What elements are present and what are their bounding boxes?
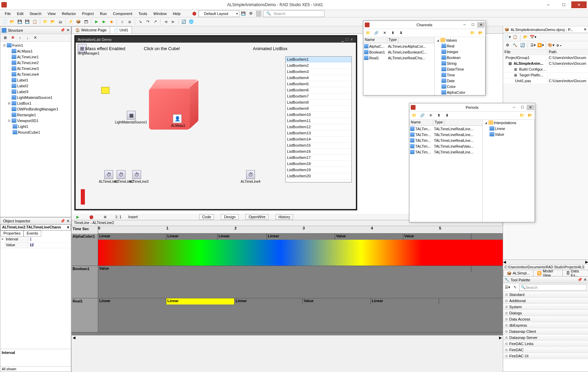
- list-item[interactable]: ListBoxItem11: [286, 118, 351, 124]
- table-row[interactable]: Unit1.pasC:\Users\mitov\Docum: [503, 78, 588, 84]
- stop-icon[interactable]: ⬤: [191, 10, 198, 17]
- folder-new-icon[interactable]: 📁: [42, 18, 49, 25]
- close-panel-icon[interactable]: ✕: [66, 28, 70, 32]
- tree-node[interactable]: AlphaColor: [435, 89, 485, 95]
- tree-node[interactable]: ALTimeLine3: [1, 65, 70, 71]
- save-icon[interactable]: 💾: [16, 18, 23, 25]
- tree-node[interactable]: Linear: [483, 125, 535, 131]
- tree-node[interactable]: Color: [435, 84, 485, 89]
- stop2-icon[interactable]: ⏹: [126, 18, 133, 25]
- tree-node[interactable]: ⊟Viewport3D1: [1, 118, 70, 123]
- tab-code[interactable]: Code: [199, 214, 214, 220]
- rectangle-comp[interactable]: [81, 189, 85, 205]
- menu-search[interactable]: Search: [27, 11, 44, 16]
- animated-listbox[interactable]: ListBoxItem1ListBoxItem2ListBoxItem3List…: [285, 56, 352, 182]
- cat1-icon[interactable]: 📁: [518, 112, 525, 119]
- tab-dataex[interactable]: 🗄Data Ex...: [562, 270, 588, 276]
- file-icon[interactable]: 📋: [31, 18, 38, 25]
- down-icon[interactable]: ⬇: [443, 112, 450, 119]
- col-path[interactable]: Path: [547, 49, 588, 55]
- list-item[interactable]: ListBoxItem18: [286, 161, 351, 167]
- close-icon[interactable]: ✕: [527, 105, 534, 110]
- timeline1-comp[interactable]: ⏱: [104, 170, 113, 179]
- menu-help[interactable]: Help: [170, 11, 183, 16]
- list-item[interactable]: ListBoxItem10: [286, 112, 351, 118]
- run-icon[interactable]: ▶: [93, 18, 100, 25]
- maximize-icon[interactable]: ☐: [469, 22, 477, 28]
- tree-node[interactable]: Real: [435, 43, 485, 49]
- list-item[interactable]: ListBoxItem16: [286, 149, 351, 155]
- tree-node[interactable]: OWPinBindingManager1: [1, 106, 70, 112]
- tree-node[interactable]: Label2: [1, 83, 70, 89]
- link-icon[interactable]: 🔗: [373, 30, 380, 36]
- proj-view-icon[interactable]: 📅▾: [530, 34, 537, 41]
- minimize-icon[interactable]: ─: [461, 22, 468, 28]
- periods-window[interactable]: Periods ─☐✕ 📁 🔗 ✕ ⬆ ⬇ 📁 📂 NameType TALTi…: [409, 103, 535, 222]
- tree-node[interactable]: ALTimeLine4: [1, 71, 70, 77]
- menu-view[interactable]: View: [45, 11, 59, 16]
- palette-pointer-icon[interactable]: ↖: [512, 284, 518, 291]
- palette-group[interactable]: Additional: [503, 298, 588, 304]
- tree-node[interactable]: ALTimeLine1: [1, 54, 70, 60]
- table-row[interactable]: Real1ALTimeLineRealCha...: [363, 55, 434, 61]
- tab-alsimpl[interactable]: 📦ALSimpl...: [503, 270, 533, 276]
- list-icon[interactable]: ☰▾: [530, 42, 537, 49]
- add-icon[interactable]: 📁: [411, 112, 418, 119]
- close-panel-icon[interactable]: ✕: [66, 219, 70, 223]
- type-icon[interactable]: ✱: [9, 34, 16, 41]
- palette-group[interactable]: Datasnap Server: [503, 334, 588, 341]
- col-name[interactable]: Name: [409, 120, 433, 125]
- folder-open-icon[interactable]: 📂: [49, 18, 56, 25]
- tree-node[interactable]: Label1: [1, 77, 70, 83]
- step-out-icon[interactable]: ↗: [152, 18, 159, 25]
- list-item[interactable]: ListBoxItem15: [286, 143, 351, 149]
- tab-unit1[interactable]: 📄Unit1: [110, 26, 132, 33]
- tree-node[interactable]: ALTimeLine2: [1, 60, 70, 65]
- up-icon[interactable]: ⬆: [389, 30, 396, 36]
- close-icon[interactable]: ✕: [584, 27, 587, 32]
- table-row[interactable]: TALTim...TALTimeLineRealLine...: [409, 126, 482, 132]
- run-no-debug-icon[interactable]: ▶: [101, 18, 107, 25]
- list-item[interactable]: ListBoxItem8: [286, 100, 351, 106]
- table-row[interactable]: TALTim...TALTimeLineRealLine...: [409, 149, 482, 155]
- up-icon[interactable]: ↑: [17, 34, 24, 41]
- pin-icon[interactable]: 📌: [60, 28, 65, 32]
- list-item[interactable]: ListBoxItem9: [286, 106, 351, 112]
- palette-group[interactable]: FireDAC: [503, 347, 588, 353]
- scroll-left-icon[interactable]: ◀: [72, 336, 76, 340]
- tree-node[interactable]: Rectangle1: [1, 112, 70, 118]
- bolt-icon[interactable]: ⚡: [67, 18, 74, 25]
- palette-group[interactable]: Data Access: [503, 316, 588, 322]
- link-icon[interactable]: 🔗: [419, 112, 426, 119]
- list-item[interactable]: ListBoxItem4: [286, 75, 351, 81]
- circle-icon[interactable]: ⭘▾: [555, 42, 562, 49]
- timeline2-comp[interactable]: ⏱: [117, 170, 125, 179]
- tree-node[interactable]: Label3: [1, 89, 70, 94]
- proj-remove-icon[interactable]: 📋: [512, 34, 518, 41]
- menu-component[interactable]: Component: [110, 11, 135, 16]
- tree-node[interactable]: Time: [435, 72, 485, 78]
- layout-combo[interactable]: Default Layout: [198, 10, 239, 17]
- refresh-icon[interactable]: 🔄: [180, 18, 187, 25]
- tree-node[interactable]: Boolean: [435, 55, 485, 60]
- yellow-cube[interactable]: [101, 87, 109, 94]
- tree-node[interactable]: Date/Time: [435, 66, 485, 72]
- table-row[interactable]: TALTim...TALTimeLineRealLine...: [409, 132, 482, 137]
- list-item[interactable]: ListBoxItem14: [286, 136, 351, 143]
- add-icon[interactable]: 📁: [365, 30, 372, 36]
- menu-run[interactable]: Run: [97, 11, 109, 16]
- tab-history[interactable]: History: [275, 214, 293, 220]
- step-into-icon[interactable]: ↘: [137, 18, 144, 25]
- palette-search[interactable]: 🔍 Search: [519, 284, 587, 291]
- list-item[interactable]: ListBoxItem13: [286, 130, 351, 136]
- list-item[interactable]: ListBoxItem5: [286, 81, 351, 87]
- menu-window[interactable]: Window: [151, 11, 169, 16]
- fwd-icon[interactable]: ▶: [170, 18, 177, 25]
- tree-node[interactable]: ⊞ListBox1: [1, 100, 70, 106]
- up-icon[interactable]: ⬆: [435, 112, 442, 119]
- layout-config-icon[interactable]: ⚙: [247, 10, 254, 17]
- down-icon[interactable]: ⬇: [397, 30, 404, 36]
- inspector-selector[interactable]: ALTimeLine2.TALTimeLineChann▾: [0, 224, 71, 230]
- interp-header[interactable]: Interpolations: [494, 121, 516, 125]
- palette-group[interactable]: System: [503, 304, 588, 310]
